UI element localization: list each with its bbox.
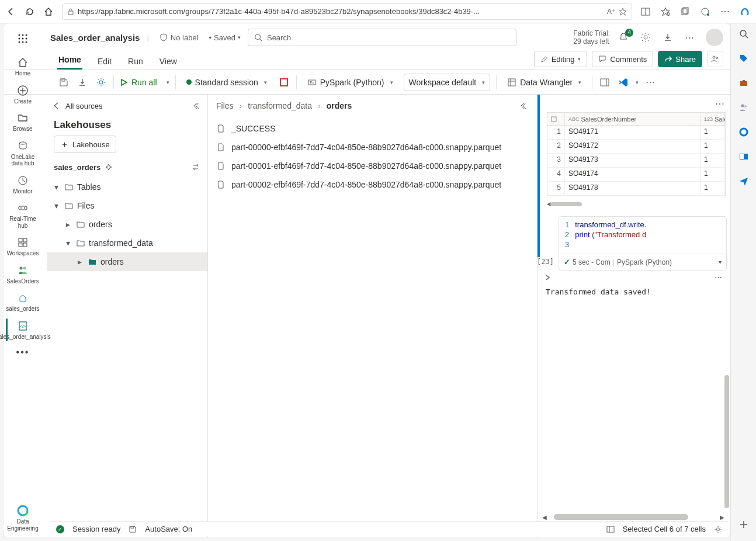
code-content[interactable]: transformed_df.write. print ("Transforme…	[575, 220, 646, 250]
toolbar-more-icon[interactable]: ⋯	[644, 76, 657, 89]
settings-icon[interactable]	[639, 31, 652, 44]
url-bar[interactable]: https://app.fabric.microsoft.com/groups/…	[62, 4, 632, 20]
copilot-icon[interactable]	[740, 6, 750, 17]
user-avatar[interactable]	[706, 29, 723, 46]
nav-home[interactable]: Home	[5, 53, 41, 81]
app-launcher-icon[interactable]	[12, 28, 33, 49]
session-status[interactable]: Standard session▾	[182, 74, 272, 91]
add-lakehouse-button[interactable]: ＋Lakehouse	[54, 136, 116, 153]
tab-home[interactable]: Home	[57, 51, 82, 70]
file-row[interactable]: part-00000-efbf469f-7dd7-4c04-850e-88b90…	[208, 138, 537, 157]
layout-icon[interactable]	[598, 76, 611, 89]
col-sale[interactable]: 123 Sale	[700, 113, 725, 125]
run-all-button[interactable]: Run all▾	[120, 78, 169, 87]
split-icon[interactable]	[640, 6, 651, 17]
table-row[interactable]: 1SO491711	[547, 126, 725, 140]
expand-output-icon[interactable]	[545, 274, 552, 281]
table-hscroll[interactable]: ◀	[547, 201, 726, 207]
favorites-icon[interactable]	[660, 6, 671, 17]
vscode-icon[interactable]	[617, 76, 630, 89]
collapse-explorer-icon[interactable]	[193, 102, 202, 110]
table-row[interactable]: 3SO491731	[547, 154, 725, 168]
table-row[interactable]: 2SO491721	[547, 140, 725, 154]
tab-edit[interactable]: Edit	[96, 53, 113, 70]
pin-icon[interactable]	[105, 164, 112, 171]
nav-browse[interactable]: Browse	[5, 108, 41, 136]
all-sources-link[interactable]: All sources	[65, 102, 103, 110]
tree-orders-folder[interactable]: ▸orders	[47, 215, 207, 234]
nb-vscroll[interactable]	[723, 200, 729, 514]
tree-files[interactable]: ▾Files	[47, 196, 207, 215]
tree-orders-subfolder[interactable]: ▸orders	[47, 252, 207, 271]
edge-search-icon[interactable]	[738, 28, 750, 40]
save-icon[interactable]	[57, 76, 70, 89]
download2-icon[interactable]	[76, 76, 89, 89]
stop-icon[interactable]	[278, 76, 290, 89]
collections-icon[interactable]	[680, 6, 691, 17]
edge-send-icon[interactable]	[738, 175, 750, 187]
refresh-icon[interactable]	[25, 6, 35, 17]
menu-icon[interactable]: ⋯	[720, 6, 730, 17]
col-salesorder[interactable]: ABC SalesOrderNumber	[565, 113, 700, 125]
editing-mode-button[interactable]: Editing▾	[534, 51, 588, 67]
gear-icon[interactable]	[95, 76, 107, 89]
edge-office-icon[interactable]	[738, 126, 750, 138]
nav-more[interactable]: •••	[5, 344, 41, 361]
tab-view[interactable]: View	[158, 53, 178, 70]
favorite-icon[interactable]	[619, 8, 627, 16]
nav-create[interactable]: Create	[5, 81, 41, 109]
swap-icon[interactable]	[191, 162, 200, 172]
output-more2-icon[interactable]: ⋯	[715, 273, 723, 282]
table-row[interactable]: 4SO491741	[547, 168, 725, 182]
extensions-icon[interactable]	[700, 6, 710, 17]
lakehouse-name-row[interactable]: sales_orders	[47, 159, 207, 175]
nav-data-engineering[interactable]: Data Engineering	[5, 501, 41, 535]
file-row[interactable]: part-00002-efbf469f-7dd7-4c04-850e-88b90…	[208, 175, 537, 194]
notifications-icon[interactable]: 4	[617, 31, 630, 44]
tab-run[interactable]: Run	[127, 53, 144, 70]
environment-selector[interactable]: Workspace default▾	[404, 74, 491, 91]
layout-status-icon[interactable]	[606, 525, 615, 533]
language-selector[interactable]: PyPySpark (Python)▾	[303, 74, 398, 91]
autosave-text[interactable]: AutoSave: On	[145, 525, 192, 533]
back-arrow-icon[interactable]	[53, 102, 61, 110]
nav-onelake[interactable]: OneLake data hub	[5, 136, 41, 171]
nav-notebook-active[interactable]: </>Sales_order_analysis	[5, 316, 41, 344]
notebook-title[interactable]: Sales_order_analysis	[50, 33, 140, 43]
comments-button[interactable]: Comments	[592, 51, 653, 67]
collaborators-icon[interactable]	[707, 51, 723, 67]
download-icon[interactable]	[661, 31, 674, 44]
trial-status[interactable]: Fabric Trial:29 days left	[573, 29, 610, 46]
edge-people-icon[interactable]	[738, 102, 750, 113]
read-aloud-icon[interactable]: A⁺	[607, 8, 615, 16]
nav-workspaces[interactable]: Workspaces	[5, 233, 41, 261]
edge-toolbox-icon[interactable]	[738, 77, 750, 89]
save-status[interactable]: • Saved ▾	[209, 33, 241, 42]
sensitivity-label[interactable]: No label	[156, 33, 202, 42]
file-row[interactable]: _SUCCESS	[208, 119, 537, 138]
table-row[interactable]: 5SO491781	[547, 182, 725, 196]
settings-status-icon[interactable]	[714, 525, 722, 533]
edge-add-icon[interactable]	[738, 519, 750, 530]
share-button[interactable]: Share	[658, 51, 702, 67]
back-icon[interactable]	[6, 6, 16, 17]
nav-salesorders-lh[interactable]: sales_orders	[5, 288, 41, 316]
data-wrangler-button[interactable]: Data Wrangler▾	[502, 74, 586, 91]
nav-salesorders-ws[interactable]: SalesOrders	[5, 261, 41, 289]
edge-outlook-icon[interactable]	[738, 151, 750, 162]
home-icon[interactable]	[43, 6, 54, 17]
nb-hscroll[interactable]: ◀▶	[541, 513, 726, 521]
code-cell[interactable]: 123 transformed_df.write. print ("Transf…	[559, 216, 727, 270]
output-more-icon[interactable]: ⋯	[715, 98, 726, 109]
file-row[interactable]: part-00001-efbf469f-7dd7-4c04-850e-88b90…	[208, 157, 537, 175]
edge-tag-icon[interactable]	[738, 53, 750, 64]
tree-tables[interactable]: ▾Tables	[47, 178, 207, 196]
collapse-files-icon[interactable]	[521, 102, 529, 110]
search-input[interactable]: Search	[248, 29, 516, 46]
cell-lang-caret-icon[interactable]: ▾	[719, 259, 722, 265]
tree-transformed-folder[interactable]: ▾transformed_data	[47, 234, 207, 252]
nav-monitor[interactable]: Monitor	[5, 171, 41, 199]
crumb-files[interactable]: Files	[216, 101, 234, 110]
more-icon[interactable]: ⋯	[684, 31, 696, 44]
crumb-transformed[interactable]: transformed_data	[248, 101, 312, 110]
